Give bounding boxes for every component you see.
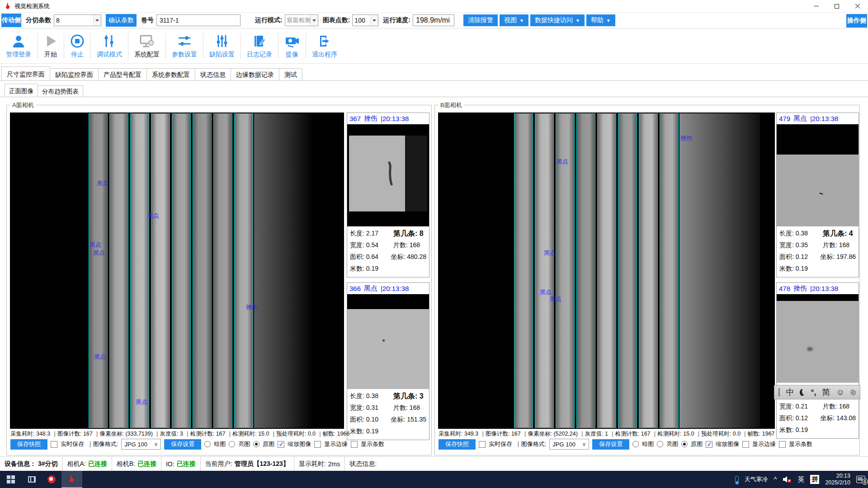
app-status-bar: 设备信息： 3#分切 相机A:已连接 相机B:已连接 IO:已连接 当前用户:管…: [0, 456, 868, 471]
thermometer-icon[interactable]: [735, 476, 739, 483]
maximize-button[interactable]: [826, 0, 847, 12]
data-access-menu-button[interactable]: 数据快捷访问 ▼: [530, 14, 585, 26]
show-count-checkbox[interactable]: [779, 441, 786, 448]
ime-fullwidth-moon-icon[interactable]: [800, 389, 805, 396]
subtab-front-image[interactable]: 正面图像: [5, 84, 38, 97]
ime-settings-gear-icon[interactable]: [850, 389, 856, 396]
tab-test[interactable]: 测试: [279, 68, 302, 80]
defect-mark: 黑点: [97, 179, 108, 188]
windows-logo-icon: [7, 475, 15, 483]
ime-pinyin-indicator[interactable]: 拼: [810, 475, 819, 484]
bright-image-radio[interactable]: [657, 441, 663, 447]
bright-image-radio[interactable]: [229, 441, 235, 447]
system-tray: 天气寒冷 ^ 英 拼 20:13 2025/2/10 6: [735, 471, 868, 488]
save-snapshot-button[interactable]: 保存快照: [10, 439, 47, 450]
defect-id: 367: [349, 115, 361, 122]
ime-toolbar[interactable]: 中 °, 简 ☺: [774, 385, 860, 399]
slit-count-combobox[interactable]: 8: [54, 14, 101, 26]
start-button[interactable]: [0, 471, 22, 488]
sub-tab-strip: 正面图像 分布趋势图表: [0, 84, 868, 97]
image-format-combobox[interactable]: JPG 100 ∨: [549, 439, 589, 450]
ime-punctuation-icon[interactable]: °,: [811, 388, 816, 396]
system-config-button[interactable]: 系统配置: [128, 34, 165, 59]
operate-side-button[interactable]: 操作侧: [846, 14, 867, 28]
dropdown-caret-icon: ▼: [576, 18, 580, 23]
dark-image-radio[interactable]: [632, 441, 639, 447]
clock-time: 20:13: [836, 473, 850, 479]
taskbar-app-1[interactable]: [42, 471, 61, 488]
run-mode-combobox[interactable]: 双面检测: [285, 14, 318, 26]
combo-arrow-icon[interactable]: [310, 15, 318, 26]
roll-number-value: 3117-1: [160, 17, 179, 24]
io-connected: 已连接: [177, 460, 196, 468]
tab-defect-monitor[interactable]: 缺陷监控界面: [50, 68, 99, 80]
show-edge-checkbox[interactable]: [742, 441, 749, 448]
defect-card[interactable]: 367 挫伤 |20:13:38 长度: 2.17第几条: 8 宽度: 0.54…: [347, 113, 429, 277]
ime-mode-chinese[interactable]: 中: [786, 388, 794, 396]
hidden-icons-chevron[interactable]: ^: [774, 476, 777, 483]
notification-center-icon[interactable]: 6: [856, 476, 865, 483]
combo-arrow-icon[interactable]: [93, 15, 101, 26]
tab-edge-data[interactable]: 边缘数据记录: [231, 68, 279, 80]
admin-login-button[interactable]: 管理登录: [0, 34, 37, 59]
panel-camera-b: B面相机 黑点挫伤黑点黑点黑点 479 黑点 |20:13:38: [434, 105, 860, 455]
save-settings-button[interactable]: 保存设置: [592, 439, 629, 450]
defect-card[interactable]: 366 黑点 |20:13:38 长度: 0.38第几条: 3 宽度: 0.31…: [347, 282, 429, 440]
panel-a-title: A面相机: [10, 101, 36, 109]
ime-drag-handle[interactable]: [778, 388, 780, 396]
debug-mode-button[interactable]: 调试模式: [91, 34, 128, 59]
subtab-trend-chart[interactable]: 分布趋势图表: [38, 85, 83, 97]
tuning-icon: [102, 34, 117, 48]
stop-button[interactable]: 停止: [64, 34, 90, 59]
weather-text[interactable]: 天气寒冷: [745, 475, 768, 483]
roll-number-input[interactable]: 3117-1: [156, 14, 241, 26]
camera-b-controls: 保存快照 实时保存 ｜图像格式: JPG 100 ∨ 保存设置 暗图 亮图 原图…: [439, 439, 812, 450]
defect-settings-button[interactable]: 缺陷设置: [203, 34, 241, 59]
exit-program-button[interactable]: 退出程序: [306, 34, 343, 59]
volume-muted-icon[interactable]: [783, 476, 792, 483]
zoom-image-checkbox[interactable]: [706, 441, 712, 448]
save-snapshot-button[interactable]: 保存快照: [439, 439, 476, 450]
icon-toolbar: 管理登录 开始 停止 调试模式 系统配置 参数设置 缺陷设置: [0, 29, 868, 64]
save-settings-button[interactable]: 保存设置: [164, 439, 201, 450]
show-edge-checkbox[interactable]: [314, 441, 321, 448]
confirm-count-button[interactable]: 确认条数: [106, 14, 137, 27]
zoom-image-checkbox[interactable]: [278, 441, 284, 448]
original-image-radio[interactable]: [681, 441, 688, 447]
realtime-save-label: 实时保存: [489, 440, 512, 448]
run-mode-label: 运行模式:: [255, 16, 283, 24]
defect-stats: 长度: 0.38第几条: 4 宽度: 0.35片数: 168 面积: 0.12坐…: [777, 226, 859, 277]
original-image-radio[interactable]: [253, 441, 259, 447]
help-menu-button[interactable]: 帮助 ▼: [586, 14, 615, 26]
view-menu-button[interactable]: 视图 ▼: [500, 14, 528, 26]
ime-emoji-icon[interactable]: ☺: [836, 388, 844, 396]
image-format-combobox[interactable]: JPG 100 ∨: [121, 439, 161, 450]
language-indicator[interactable]: 英: [797, 475, 804, 484]
show-count-checkbox[interactable]: [351, 441, 358, 448]
start-button[interactable]: 开始: [38, 34, 64, 59]
drive-side-button[interactable]: 传动侧: [1, 14, 21, 27]
main-toolbar: 传动侧 分切条数 8 确认条数 卷号 3117-1 运行模式: 双面检测 图表点…: [0, 12, 868, 28]
defect-card[interactable]: 479 黑点 |20:13:38 长度: 0.38第几条: 4 宽度: 0.35…: [776, 113, 859, 277]
combo-arrow-icon[interactable]: [370, 15, 378, 26]
close-button[interactable]: [847, 0, 868, 12]
tab-system-params[interactable]: 系统参数配置: [146, 68, 195, 80]
camera-b-image: 黑点挫伤黑点黑点黑点: [438, 113, 775, 429]
parameter-settings-button[interactable]: 参数设置: [166, 34, 203, 59]
taskbar-app-vision-system[interactable]: [61, 471, 82, 488]
defect-card[interactable]: 478 挫伤 |20:13:38 长度: 0.57第几条: 3 宽度: 0.21…: [776, 282, 859, 439]
capture-image-button[interactable]: 提像: [278, 34, 306, 59]
log-record-button[interactable]: 日志记录: [241, 34, 278, 59]
clear-alarm-button[interactable]: 清除报警: [463, 14, 498, 26]
realtime-save-checkbox[interactable]: [51, 441, 57, 448]
task-view-button[interactable]: [22, 471, 42, 488]
ime-simplified[interactable]: 简: [822, 388, 830, 396]
tab-status-info[interactable]: 状态信息: [195, 68, 231, 80]
taskbar-clock[interactable]: 20:13 2025/2/10: [825, 473, 850, 486]
chart-points-combobox[interactable]: 100: [352, 14, 378, 26]
tab-size-monitor[interactable]: 尺寸监控界面: [1, 66, 50, 80]
tab-product-model[interactable]: 产品型号配置: [98, 68, 147, 80]
minimize-button[interactable]: [806, 0, 826, 12]
dark-image-radio[interactable]: [204, 441, 211, 447]
realtime-save-checkbox[interactable]: [479, 441, 486, 448]
